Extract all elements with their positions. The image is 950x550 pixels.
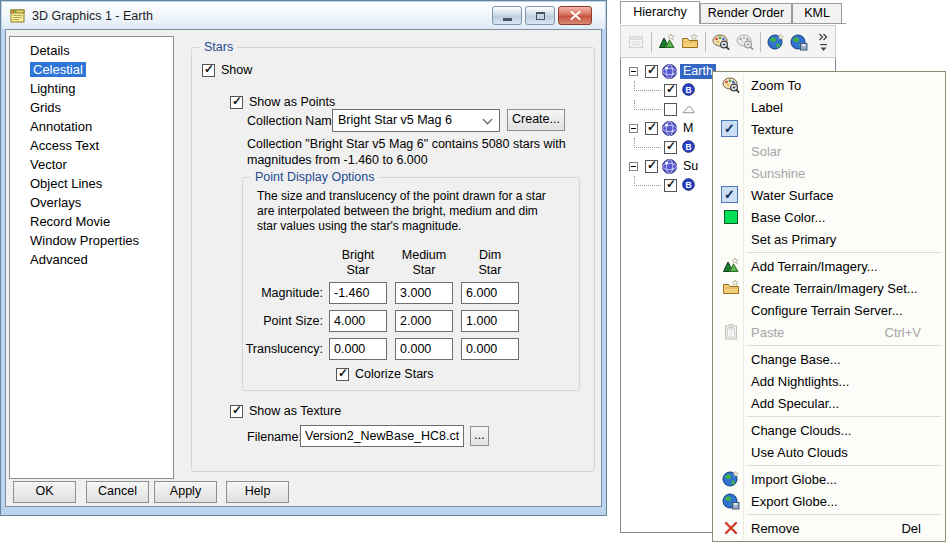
dialog-client: DetailsCelestialLightingGridsAnnotationA… bbox=[5, 29, 602, 507]
filename-input[interactable] bbox=[300, 425, 464, 447]
tree-expander[interactable] bbox=[629, 67, 638, 76]
sidebar-item-lighting[interactable]: Lighting bbox=[10, 79, 173, 98]
colorize-stars-checkbox[interactable]: ✓ bbox=[336, 368, 349, 381]
menu-shortcut: Del bbox=[901, 521, 933, 536]
menu-item-add-terrain-imagery[interactable]: Add Terrain/Imagery... bbox=[715, 255, 943, 277]
window-title: 3D Graphics 1 - Earth bbox=[32, 9, 153, 23]
tree-checkbox[interactable]: ✓ bbox=[664, 179, 677, 192]
menu-item-configure-terrain-server[interactable]: Configure Terrain Server... bbox=[715, 299, 943, 321]
menu-item-texture[interactable]: ✓Texture bbox=[715, 118, 943, 140]
menu-item-label: Texture bbox=[751, 122, 794, 137]
menu-item-label: Export Globe... bbox=[751, 494, 838, 509]
import-globe-button[interactable] bbox=[764, 30, 788, 54]
menu-item-add-nightlights[interactable]: Add Nightlights... bbox=[715, 370, 943, 392]
menu-item-label[interactable]: Label bbox=[715, 96, 943, 118]
sidebar-item-details[interactable]: Details bbox=[10, 41, 173, 60]
point-size-dim-input[interactable] bbox=[461, 310, 519, 332]
sidebar-item-access-text[interactable]: Access Text bbox=[10, 136, 173, 155]
menu-item-base-color[interactable]: Base Color... bbox=[715, 206, 943, 228]
add-terrain-imagery-button[interactable] bbox=[655, 30, 679, 54]
create-button[interactable]: Create... bbox=[507, 109, 565, 131]
dialog-titlebar[interactable]: 3D Graphics 1 - Earth bbox=[2, 2, 605, 29]
tab-render-order[interactable]: Render Order bbox=[700, 3, 792, 23]
toolbar-separator bbox=[651, 32, 652, 52]
palette-zoom-button[interactable] bbox=[709, 30, 733, 54]
menu-item-water-surface[interactable]: ✓Water Surface bbox=[715, 184, 943, 206]
show-label: Show bbox=[221, 63, 252, 78]
menu-item-remove[interactable]: RemoveDel bbox=[715, 517, 943, 539]
tree-checkbox[interactable]: ✓ bbox=[645, 122, 658, 135]
menu-item-label: Base Color... bbox=[751, 210, 825, 225]
globe-icon bbox=[661, 120, 678, 137]
ok-button[interactable]: OK bbox=[13, 481, 76, 503]
checkmark-icon: ✓ bbox=[338, 366, 348, 380]
tree-expander[interactable] bbox=[629, 162, 638, 171]
magnitude-medium-input[interactable] bbox=[395, 282, 453, 304]
sidebar-item-object-lines[interactable]: Object Lines bbox=[10, 174, 173, 193]
menu-item-import-globe[interactable]: Import Globe... bbox=[715, 468, 943, 490]
tree-connector bbox=[634, 81, 661, 91]
minimize-button[interactable] bbox=[492, 6, 522, 25]
tab-hierarchy[interactable]: Hierarchy bbox=[620, 1, 700, 24]
column-header-line: Star bbox=[394, 263, 454, 278]
checkmark-icon: ✓ bbox=[647, 158, 657, 172]
tree-checkbox[interactable]: ✓ bbox=[664, 84, 677, 97]
menu-separator bbox=[747, 465, 941, 466]
colorize-stars-label: Colorize Stars bbox=[355, 367, 434, 382]
tab-kml[interactable]: KML bbox=[792, 3, 842, 23]
show-as-texture-checkbox[interactable]: ✓ bbox=[230, 405, 243, 418]
menu-item-change-clouds[interactable]: Change Clouds... bbox=[715, 419, 943, 441]
translucency-dim-input[interactable] bbox=[461, 338, 519, 360]
browse-button[interactable]: ... bbox=[470, 426, 489, 446]
column-header-line: Star bbox=[460, 263, 520, 278]
checkmark-icon: ✓ bbox=[647, 63, 657, 77]
menu-item-add-specular[interactable]: Add Specular... bbox=[715, 392, 943, 414]
menu-item-use-auto-clouds[interactable]: Use Auto Clouds bbox=[715, 441, 943, 463]
menu-item-create-terrain-imagery-set[interactable]: Create Terrain/Imagery Set... bbox=[715, 277, 943, 299]
tree-checkbox[interactable]: ✓ bbox=[645, 65, 658, 78]
sidebar-item-overlays[interactable]: Overlays bbox=[10, 193, 173, 212]
toolbar-overflow-button[interactable] bbox=[811, 30, 835, 54]
create-terrain-set-button[interactable] bbox=[678, 30, 702, 54]
show-as-points-checkbox[interactable]: ✓ bbox=[230, 96, 243, 109]
maximize-button[interactable] bbox=[525, 6, 555, 25]
sidebar-item-grids[interactable]: Grids bbox=[10, 98, 173, 117]
tree-expander[interactable] bbox=[629, 124, 638, 133]
translucency-medium-input[interactable] bbox=[395, 338, 453, 360]
close-button[interactable] bbox=[558, 6, 592, 25]
sidebar-item-window-properties[interactable]: Window Properties bbox=[10, 231, 173, 250]
cancel-button[interactable]: Cancel bbox=[86, 481, 149, 503]
tree-checkbox[interactable]: ✓ bbox=[645, 160, 658, 173]
tree-checkbox[interactable]: ✓ bbox=[664, 141, 677, 154]
checkmark-icon: ✓ bbox=[204, 62, 214, 76]
menu-separator bbox=[747, 252, 941, 253]
properties-icon bbox=[627, 33, 645, 51]
menu-item-paste[interactable]: PasteCtrl+V bbox=[715, 321, 943, 343]
point-size-bright-input[interactable] bbox=[329, 310, 387, 332]
sidebar-item-vector[interactable]: Vector bbox=[10, 155, 173, 174]
sidebar-item-celestial[interactable]: Celestial bbox=[10, 60, 173, 79]
export-globe-button[interactable] bbox=[787, 30, 811, 54]
help-button[interactable]: Help bbox=[226, 481, 289, 503]
menu-item-zoom-to[interactable]: Zoom To bbox=[715, 74, 943, 96]
menu-item-change-base[interactable]: Change Base... bbox=[715, 348, 943, 370]
menu-item-export-globe[interactable]: Export Globe... bbox=[715, 490, 943, 512]
magnitude-bright-input[interactable] bbox=[329, 282, 387, 304]
menu-item-sunshine[interactable]: Sunshine bbox=[715, 162, 943, 184]
checkmark-icon: ✓ bbox=[666, 139, 676, 153]
show-checkbox[interactable]: ✓ bbox=[202, 64, 215, 77]
point-size-medium-input[interactable] bbox=[395, 310, 453, 332]
sidebar-item-record-movie[interactable]: Record Movie bbox=[10, 212, 173, 231]
point-display-options-label: Point Display Options bbox=[251, 170, 379, 185]
apply-button[interactable]: Apply bbox=[154, 481, 217, 503]
tree-checkbox[interactable] bbox=[664, 103, 677, 116]
menu-item-label: Configure Terrain Server... bbox=[751, 303, 903, 318]
menu-item-set-as-primary[interactable]: Set as Primary bbox=[715, 228, 943, 250]
collection-name-combobox[interactable]: Bright Star v5 Mag 6 bbox=[332, 109, 500, 132]
menu-item-solar[interactable]: Solar bbox=[715, 140, 943, 162]
magnitude-dim-input[interactable] bbox=[461, 282, 519, 304]
sidebar-item-advanced[interactable]: Advanced bbox=[10, 250, 173, 269]
sidebar-item-annotation[interactable]: Annotation bbox=[10, 117, 173, 136]
translucency-bright-input[interactable] bbox=[329, 338, 387, 360]
filename-label: Filename: bbox=[247, 430, 302, 445]
